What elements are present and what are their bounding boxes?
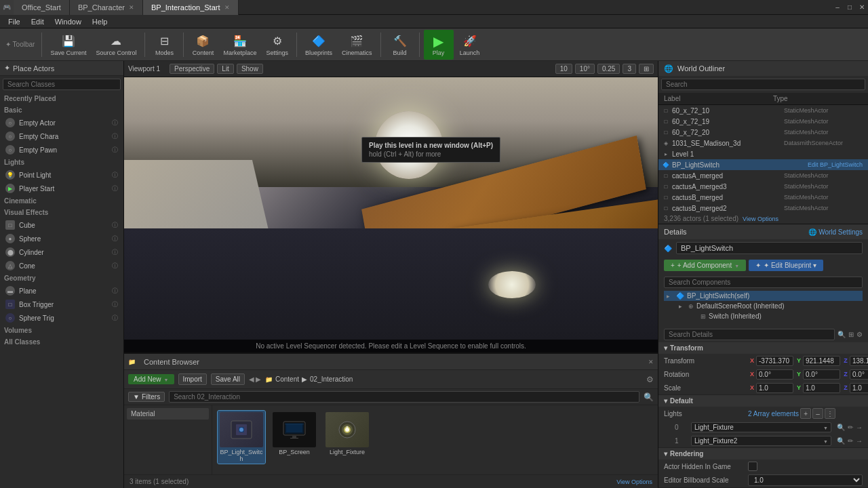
actor-item-empty-actor[interactable]: ○ Empty Actor ⓘ: [0, 116, 123, 129]
rotation-x-input[interactable]: [756, 369, 793, 380]
cb-search-icon[interactable]: 🔍: [644, 392, 654, 402]
light-0-open-button[interactable]: →: [856, 424, 863, 431]
component-search-input[interactable]: [664, 277, 863, 288]
actor-item-empty-pawn[interactable]: ○ Empty Pawn ⓘ: [0, 143, 123, 157]
cinematic-header[interactable]: Cinematic: [0, 195, 123, 207]
light-dropdown-1[interactable]: Light_Fixture2: [691, 436, 831, 446]
lights-array-options-button[interactable]: ⋮: [825, 408, 835, 419]
actor-item-player-start[interactable]: ▶ Player Start ⓘ: [0, 182, 123, 195]
world-outliner-search-input[interactable]: [661, 79, 865, 90]
world-settings-button[interactable]: 🌐 World Settings: [808, 228, 863, 236]
actor-item-plane[interactable]: ▬ Plane ⓘ: [0, 284, 123, 298]
actor-name-input[interactable]: [676, 242, 863, 254]
build-button[interactable]: 🔨 Build: [385, 30, 415, 60]
actor-item-box-trigger[interactable]: □ Box Trigger ⓘ: [0, 298, 123, 311]
geometry-header[interactable]: Geometry: [0, 272, 123, 284]
all-classes-header[interactable]: All Classes: [0, 336, 123, 348]
blueprints-button[interactable]: 🔷 Blueprints: [301, 30, 336, 60]
maximize-button[interactable]: □: [844, 0, 856, 15]
near-clip-button[interactable]: 0.25: [597, 64, 620, 74]
viewport-area[interactable]: Play this level in a new window (Alt+P) …: [124, 77, 658, 352]
wo-item-cactusa-merged3[interactable]: □ cactusA_merged3 StaticMeshActor: [658, 181, 868, 192]
wo-item-60-x-72-19[interactable]: □ 60_x_72_19 StaticMeshActor: [658, 116, 868, 127]
cb-collapse-icon[interactable]: ✕: [648, 359, 654, 365]
location-y-input[interactable]: [803, 356, 840, 366]
marketplace-button[interactable]: 🏪 Marketplace: [219, 30, 260, 60]
menu-file[interactable]: File: [3, 15, 26, 28]
billboard-scale-select[interactable]: 1.0: [748, 474, 863, 486]
comp-default-scene-root[interactable]: ▸ ⊕ DefaultSceneRoot (Inherited): [664, 301, 863, 311]
viewport-options-button[interactable]: ⊞: [639, 64, 654, 74]
asset-light-fixture[interactable]: Light_Fixture: [323, 411, 371, 464]
tab-bp-interaction-start[interactable]: BP_Interaction_Start ✕: [143, 0, 239, 15]
lit-mode-button[interactable]: Lit: [217, 64, 234, 74]
window-close-button[interactable]: ✕: [856, 0, 868, 15]
close-icon[interactable]: ✕: [224, 4, 230, 11]
actor-item-cone[interactable]: △ Cone ⓘ: [0, 259, 123, 272]
light-1-edit-button[interactable]: ✏: [848, 437, 853, 445]
wo-item-60-x-72-20[interactable]: □ 60_x_72_20 StaticMeshActor: [658, 127, 868, 138]
search-classes-input[interactable]: [3, 79, 121, 90]
comp-root[interactable]: ▸ 🔷 BP_LightSwitch(self): [664, 291, 863, 301]
light-0-edit-button[interactable]: ✏: [848, 424, 853, 431]
close-icon[interactable]: ✕: [129, 4, 134, 11]
wo-item-60-x-72-10[interactable]: □ 60_x_72_10 StaticMeshActor: [658, 105, 868, 116]
filters-button[interactable]: ▼ Filters: [128, 392, 165, 402]
minimize-button[interactable]: –: [831, 0, 844, 15]
scale-x-input[interactable]: [756, 383, 793, 393]
source-control-button[interactable]: ☁ Source Control: [92, 30, 140, 60]
wo-item-cactusb-merged[interactable]: □ cactusB_merged StaticMeshActor: [658, 192, 868, 203]
content-browser-tab[interactable]: Content Browser: [141, 358, 202, 366]
lights-array-add-button[interactable]: +: [800, 408, 811, 419]
actor-item-empty-chara[interactable]: ○ Empty Chara ⓘ: [0, 129, 123, 143]
modes-button[interactable]: ⊟ Modes: [149, 30, 179, 60]
menu-window[interactable]: Window: [50, 15, 87, 28]
content-button[interactable]: 📦 Content: [188, 30, 218, 60]
fov-num-button[interactable]: 3: [623, 64, 636, 74]
basic-header[interactable]: Basic: [0, 104, 123, 116]
wo-item-cactusa-merged[interactable]: □ cactusA_merged StaticMeshActor: [658, 170, 868, 181]
tab-bp-character[interactable]: BP_Character ✕: [70, 0, 143, 15]
cb-view-options-button[interactable]: View Options: [616, 479, 652, 485]
scale-y-input[interactable]: [803, 383, 840, 393]
import-button[interactable]: Import: [178, 373, 207, 385]
folder-material[interactable]: Material: [127, 408, 209, 420]
transform-section-header[interactable]: ▾ Transform: [658, 342, 868, 354]
rotation-z-input[interactable]: [850, 369, 868, 380]
cb-content-link[interactable]: Content: [275, 375, 299, 383]
asset-bp-light-switch[interactable]: BP_Light_Switch: [218, 411, 265, 464]
cb-forward-button[interactable]: ▶: [256, 375, 261, 383]
details-filter-icon[interactable]: ⊞: [848, 331, 854, 338]
settings-button[interactable]: ⚙ Settings: [262, 30, 293, 60]
light-1-open-button[interactable]: →: [856, 437, 863, 445]
edit-blueprint-button[interactable]: ✦ ✦ Edit Blueprint ▾: [749, 260, 823, 271]
add-component-button[interactable]: + + Add Component: [664, 260, 746, 271]
lights-header[interactable]: Lights: [0, 157, 123, 168]
asset-bp-screen[interactable]: BP_Screen: [271, 411, 318, 464]
actor-item-sphere-trig[interactable]: ○ Sphere Trig ⓘ: [0, 311, 123, 325]
visual-effects-header[interactable]: Visual Effects: [0, 207, 123, 218]
cb-interaction-link[interactable]: 02_Interaction: [310, 375, 353, 383]
add-new-button[interactable]: Add New: [128, 374, 174, 384]
wo-item-1031-se-madison[interactable]: ◈ 1031_SE_Madison_3d DatasmithSceneActor: [658, 138, 868, 148]
launch-button[interactable]: 🚀 Launch: [455, 30, 485, 60]
rotation-y-input[interactable]: [803, 369, 840, 380]
comp-switch[interactable]: ⊞ Switch (Inherited): [664, 311, 863, 321]
perspective-button[interactable]: Perspective: [170, 64, 214, 74]
wo-item-cactusb-merged2[interactable]: □ cactusB_merged2 StaticMeshActor: [658, 203, 868, 214]
default-section-header[interactable]: ▾ Default: [658, 395, 868, 407]
search-details-input[interactable]: [664, 329, 835, 340]
recently-placed-header[interactable]: Recently Placed: [0, 93, 123, 104]
lights-array-remove-button[interactable]: –: [812, 408, 823, 419]
volumes-header[interactable]: Volumes: [0, 325, 123, 336]
save-current-button[interactable]: 💾 Save Current: [46, 30, 90, 60]
details-search-icon[interactable]: 🔍: [837, 331, 846, 338]
menu-edit[interactable]: Edit: [26, 15, 50, 28]
scale-z-input[interactable]: [850, 383, 868, 393]
tab-office-start[interactable]: Office_Start: [14, 0, 70, 15]
light-dropdown-0[interactable]: Light_Fixture: [691, 422, 831, 432]
actor-item-sphere[interactable]: ● Sphere ⓘ: [0, 232, 123, 245]
viewport-tab[interactable]: Viewport 1: [128, 65, 160, 73]
show-button[interactable]: Show: [237, 64, 263, 74]
wo-view-options-button[interactable]: View Options: [743, 216, 778, 222]
